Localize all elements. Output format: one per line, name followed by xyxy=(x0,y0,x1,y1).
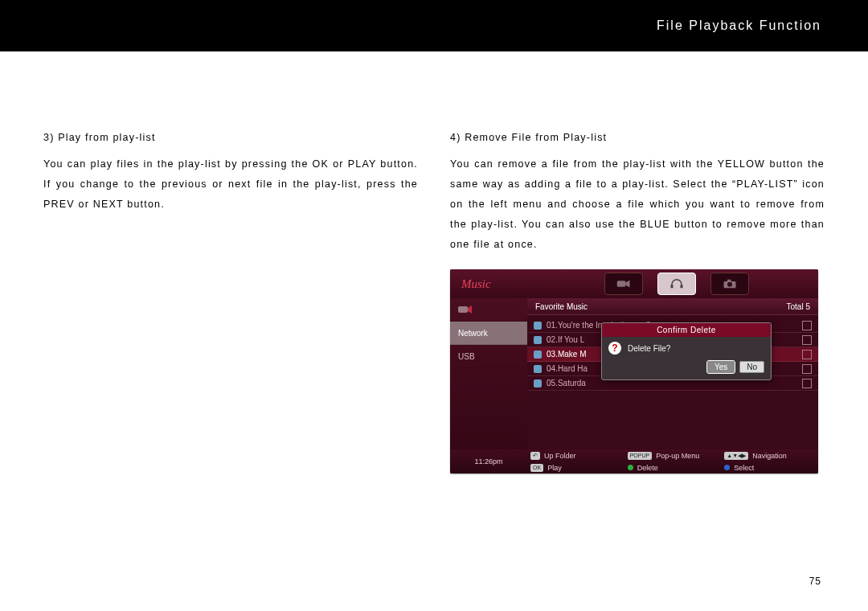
right-column: 4) Remove File from Play-list You can re… xyxy=(450,132,825,474)
page-title: File Playback Function xyxy=(657,18,821,33)
section-body: You can play files in the play-list by p… xyxy=(43,154,418,215)
ui-screenshot: Music xyxy=(450,269,818,474)
yes-button[interactable]: Yes xyxy=(707,361,735,373)
hint-delete: Delete xyxy=(624,464,722,472)
media-tab-group xyxy=(535,273,818,295)
music-file-icon xyxy=(534,365,542,373)
camcorder-icon xyxy=(616,278,631,289)
playlist-icon xyxy=(458,305,473,314)
back-key-icon: ↶ xyxy=(530,452,540,460)
section-heading: 4) Remove File from Play-list xyxy=(450,132,825,143)
svg-point-4 xyxy=(727,282,732,287)
dialog-body: ? Delete File? xyxy=(602,337,771,358)
section-heading: 3) Play from play-list xyxy=(43,132,418,143)
checkbox[interactable] xyxy=(802,379,812,388)
file-label: 05.Saturda xyxy=(547,379,586,388)
file-label: 02.If You L xyxy=(547,335,584,344)
checkbox[interactable] xyxy=(802,335,812,345)
page-number: 75 xyxy=(809,576,821,587)
dialog-buttons: Yes No xyxy=(602,358,771,379)
checkbox[interactable] xyxy=(802,350,812,359)
svg-rect-5 xyxy=(727,280,731,282)
dialog-message: Delete File? xyxy=(628,344,670,353)
sidebar-item-playlist[interactable] xyxy=(450,298,527,322)
hint-popup: POPUPPop-up Menu xyxy=(624,452,722,460)
svg-rect-2 xyxy=(681,285,683,289)
footer-actions: ↶Up Folder POPUPPop-up Menu ▲▼◀▶Navigati… xyxy=(527,449,818,474)
ok-key-icon: OK xyxy=(530,464,543,472)
music-tab[interactable] xyxy=(657,273,696,295)
photo-tab[interactable] xyxy=(710,273,749,295)
green-button-icon xyxy=(628,465,633,470)
file-label: 04.Hard Ha xyxy=(547,364,588,373)
list-total: Total 5 xyxy=(787,302,810,311)
hint-play: OKPlay xyxy=(527,464,624,472)
camera-icon xyxy=(723,278,737,289)
svg-rect-6 xyxy=(458,306,468,313)
video-tab[interactable] xyxy=(604,273,643,295)
hint-upfolder: ↶Up Folder xyxy=(527,452,624,460)
question-icon: ? xyxy=(608,342,621,355)
section-body: You can remove a file from the play-list… xyxy=(450,154,825,255)
manual-page: File Playback Function 3) Play from play… xyxy=(0,0,868,611)
popup-key-icon: POPUP xyxy=(628,452,653,460)
hint-select: Select xyxy=(721,464,818,472)
source-sidebar: Network USB xyxy=(450,298,529,449)
music-file-icon xyxy=(534,322,542,330)
checkbox[interactable] xyxy=(802,364,812,374)
nav-key-icon: ▲▼◀▶ xyxy=(724,452,748,460)
dialog-title: Confirm Delete xyxy=(602,323,771,337)
music-file-icon xyxy=(534,336,542,344)
clock: 11:26pm xyxy=(450,457,527,465)
sidebar-item-usb[interactable]: USB xyxy=(450,345,527,368)
content-columns: 3) Play from play-list You can play file… xyxy=(0,51,868,474)
media-tabs-bar: Music xyxy=(450,269,818,299)
list-header-bar: Favorite Music Total 5 xyxy=(527,298,818,315)
header-bar: File Playback Function xyxy=(0,0,868,51)
list-title: Favorite Music xyxy=(535,302,588,311)
headphones-icon xyxy=(669,278,684,289)
svg-rect-1 xyxy=(671,285,674,289)
confirm-delete-dialog: Confirm Delete ? Delete File? Yes No xyxy=(601,322,772,380)
file-label: 03.Make M xyxy=(547,350,586,359)
no-button[interactable]: No xyxy=(739,361,764,373)
hint-navigation: ▲▼◀▶Navigation xyxy=(721,452,818,460)
checkbox[interactable] xyxy=(802,321,812,330)
sidebar-item-network[interactable]: Network xyxy=(450,322,527,345)
footer-bar: 11:26pm ↶Up Folder POPUPPop-up Menu ▲▼◀▶… xyxy=(450,449,818,474)
left-column: 3) Play from play-list You can play file… xyxy=(43,132,418,474)
music-file-icon xyxy=(534,379,542,388)
svg-rect-0 xyxy=(617,281,626,287)
music-file-icon xyxy=(534,351,542,359)
blue-button-icon xyxy=(724,465,730,470)
app-logo-music: Music xyxy=(450,277,535,291)
